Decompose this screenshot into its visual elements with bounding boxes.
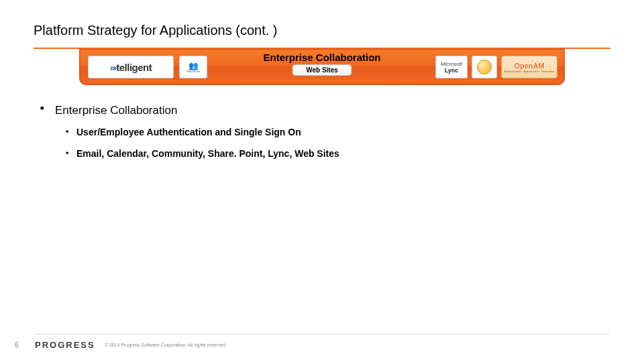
telligent-text: telligent (116, 62, 152, 73)
bullet-level1: Enterprise Collaboration User/Employee A… (55, 104, 610, 159)
copyright-text: © 2014 Progress Software Corporation. Al… (105, 343, 227, 347)
bullet-level2: Email, Calendar, Community, Share. Point… (76, 148, 610, 159)
bullet-level2: User/Employee Authentication and Single … (76, 127, 610, 137)
openam-text: OpenAM (514, 62, 544, 70)
banner-chip: Web Sites (292, 64, 352, 76)
progress-logo: PROGRESS (35, 340, 95, 350)
sharepoint-text: SharePoint (186, 70, 200, 73)
footer-rule (35, 334, 609, 335)
banner-center: Enterprise Collaboration Web Sites (263, 52, 380, 76)
openam-logo: OpenAM Authentication · Authorization · … (501, 56, 557, 78)
collab-banner: »›telligent 👥 SharePoint Enterprise Coll… (79, 49, 565, 85)
banner-right-logos: Microsoft Lync OpenAM Authentication · A… (435, 54, 557, 80)
openam-subtext: Authentication · Authorization · Federat… (504, 70, 554, 73)
banner-heading: Enterprise Collaboration (263, 52, 380, 63)
bullet-l1-text: Enterprise Collaboration (55, 104, 177, 117)
lync-brand-text: Microsoft (441, 61, 462, 67)
page-number: 6 (15, 341, 35, 349)
banner-left-logos: »›telligent 👥 SharePoint (88, 54, 207, 80)
clock-icon (477, 60, 492, 74)
slide-footer: 6 PROGRESS © 2014 Progress Software Corp… (0, 334, 644, 350)
lync-text: Lync (445, 67, 459, 74)
people-icon: 👥 (189, 62, 199, 70)
content-area: Enterprise Collaboration User/Employee A… (34, 104, 610, 159)
telligent-logo: »›telligent (88, 56, 174, 78)
lync-logo: Microsoft Lync (435, 56, 468, 78)
slide-title: Platform Strategy for Applications (cont… (34, 23, 610, 38)
sharepoint-logo: 👥 SharePoint (179, 56, 207, 78)
outlook-logo (472, 56, 497, 78)
